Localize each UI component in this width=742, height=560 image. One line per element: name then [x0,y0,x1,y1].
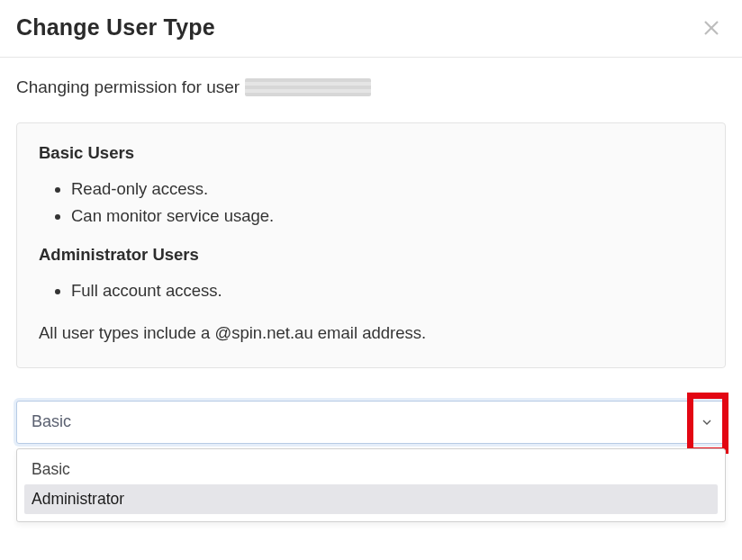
basic-users-list: Read-only access. Can monitor service us… [71,176,703,229]
admin-users-list: Full account access. [71,277,703,304]
info-panel: Basic Users Read-only access. Can monito… [16,122,726,368]
list-item: Full account access. [71,277,703,304]
list-item: Read-only access. [71,176,703,203]
close-icon [701,17,722,39]
info-note: All user types include a @spin.net.au em… [39,321,703,346]
changing-prefix-text: Changing permission for user [16,77,240,97]
modal-body: Changing permission for user Basic Users… [0,58,742,368]
tutorial-highlight-box [687,393,728,454]
dropdown-option-basic[interactable]: Basic [24,455,718,484]
basic-users-heading: Basic Users [39,143,703,163]
admin-users-heading: Administrator Users [39,245,703,265]
dropdown-option-administrator[interactable]: Administrator [24,484,718,514]
changing-permission-line: Changing permission for user [16,77,726,97]
user-type-select[interactable]: Basic [16,401,726,444]
modal-title: Change User Type [16,14,215,41]
selected-value: Basic [32,412,71,431]
close-button[interactable] [699,15,724,41]
user-type-dropdown-area: Basic Basic Administrator [0,401,742,444]
list-item: Can monitor service usage. [71,203,703,230]
redacted-username [245,78,371,96]
dropdown-listbox: Basic Administrator [16,448,726,522]
modal-header: Change User Type [0,0,742,58]
